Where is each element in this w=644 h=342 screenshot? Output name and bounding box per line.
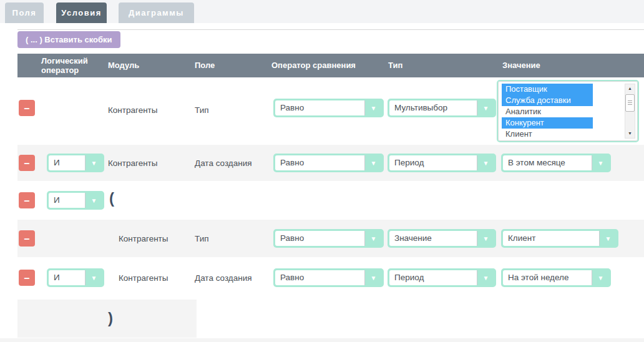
comparison-operator-select[interactable]: Равно ▼ [273,229,384,248]
module-label: Контрагенты [119,273,168,283]
selected-value: В этом месяце [503,155,592,170]
selected-value: Равно [275,155,365,170]
selected-value: Равно [275,100,365,115]
type-select[interactable]: Период ▼ [388,154,496,172]
module-label: Контрагенты [119,234,168,244]
tab-conditions[interactable]: Условия [56,2,107,23]
minus-icon[interactable]: – [19,270,35,286]
module-label: Контрагенты [108,105,158,115]
selected-value: На этой неделе [503,270,592,285]
field-label: Дата создания [195,159,252,169]
chevron-down-icon: ▼ [477,155,494,170]
chevron-down-icon: ▼ [85,155,102,170]
value-multiselect-listbox[interactable]: Поставщик Служба доставки Аналитик Конку… [497,80,639,142]
close-bracket: ) [108,310,113,327]
header-value: Значение [502,54,540,77]
header-comparison-operator: Оператор сравнения [271,54,356,77]
selected-value: Клиент [503,231,600,246]
bracket-row: – И ▼ ( [17,181,644,220]
comparison-operator-select[interactable]: Равно ▼ [273,268,384,287]
tab-charts[interactable]: Диаграммы [119,2,194,23]
header-logical-operator: Логический оператор [41,56,96,75]
chevron-down-icon: ▼ [477,270,494,285]
chevron-down-icon: ▼ [600,231,617,246]
chevron-down-icon: ▼ [365,270,382,285]
listbox-scrollbar[interactable]: ▲ ▼ [625,84,635,139]
logical-operator-select[interactable]: И ▼ [47,154,104,172]
header-type: Тип [388,54,402,77]
condition-row: – И ▼ Контрагенты Дата создания Равно ▼ … [17,257,644,298]
listbox-option[interactable]: Поставщик [502,84,593,95]
module-label: Контрагенты [108,159,158,169]
chevron-down-icon: ▼ [477,231,494,246]
conditions-builder-page: Поля Условия Диаграммы ( ... ) Вставить … [0,0,644,342]
chevron-down-icon: ▼ [85,270,102,285]
insert-brackets-button[interactable]: ( ... ) Вставить скобки [17,31,120,48]
listbox-option[interactable]: Аналитик [502,106,593,117]
minus-icon[interactable]: – [19,192,35,208]
chevron-down-icon: ▼ [365,231,382,246]
tab-fields[interactable]: Поля [5,2,44,23]
comparison-operator-select[interactable]: Равно ▼ [273,154,384,172]
chevron-down-icon: ▼ [477,100,494,115]
selected-value: И [49,193,85,208]
scrollbar-thumb[interactable] [625,94,635,112]
chevron-down-icon: ▼ [365,100,382,115]
field-label: Тип [195,105,209,115]
field-label: Тип [195,234,209,244]
listbox-options: Поставщик Служба доставки Аналитик Конку… [502,84,593,140]
selected-value: И [49,155,85,170]
minus-icon[interactable]: – [19,230,35,247]
value-select[interactable]: На этой неделе ▼ [501,268,611,287]
table-header: Логический оператор Модуль Поле Оператор… [17,54,644,77]
listbox-option[interactable]: Служба доставки [502,95,593,106]
chevron-down-icon: ▼ [592,270,609,285]
open-bracket: ( [109,190,114,207]
type-select[interactable]: Значение ▼ [388,229,496,248]
chevron-down-icon: ▼ [592,155,609,170]
scroll-down-icon[interactable]: ▼ [625,129,635,138]
condition-row: – И ▼ Контрагенты Дата создания Равно ▼ … [17,145,644,181]
type-select[interactable]: Период ▼ [388,268,496,287]
toolbar-divider [17,29,644,30]
minus-icon[interactable]: – [19,100,35,116]
comparison-operator-select[interactable]: Равно ▼ [273,99,384,117]
chevron-down-icon: ▼ [85,193,102,208]
logical-operator-select[interactable]: И ▼ [47,191,104,210]
selected-value: Равно [275,270,365,285]
listbox-option[interactable]: Конкурент [502,117,593,129]
logical-operator-select[interactable]: И ▼ [47,268,104,287]
bracket-row: ) [17,300,197,338]
selected-value: Период [389,270,477,285]
header-field: Поле [195,54,215,77]
chevron-down-icon: ▼ [365,155,382,170]
value-select[interactable]: В этом месяце ▼ [501,154,611,172]
selected-value: Значение [389,231,477,246]
tab-bar: Поля Условия Диаграммы [0,0,644,23]
selected-value: Период [389,155,477,170]
scroll-up-icon[interactable]: ▲ [625,84,635,93]
selected-value: Мультивыбор [389,100,477,115]
condition-row: – Контрагенты Тип Равно ▼ Значение ▼ Кли… [17,220,644,257]
selected-value: И [49,270,85,285]
condition-row: – Контрагенты Тип Равно ▼ Мультивыбор ▼ … [17,77,644,145]
listbox-option[interactable]: Клиент [502,129,593,140]
type-select[interactable]: Мультивыбор ▼ [388,99,496,117]
field-label: Дата создания [195,273,252,283]
selected-value: Равно [275,231,365,246]
bottom-strip [0,338,644,342]
minus-icon[interactable]: – [19,155,35,171]
value-select[interactable]: Клиент ▼ [501,229,618,248]
header-module: Модуль [108,54,139,77]
